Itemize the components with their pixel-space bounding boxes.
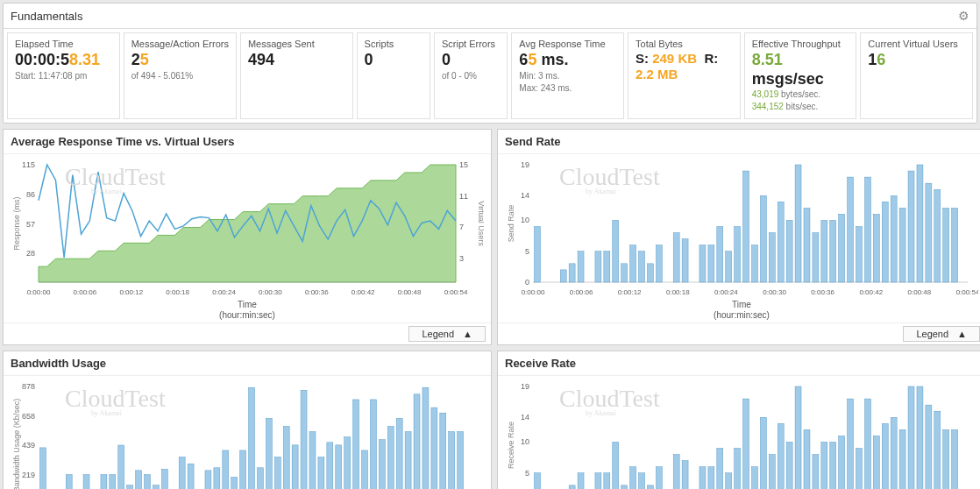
svg-rect-197 (848, 399, 854, 489)
svg-rect-116 (231, 478, 238, 489)
metric-value: 0 (365, 51, 423, 70)
svg-rect-70 (899, 209, 905, 283)
svg-rect-186 (751, 467, 757, 489)
svg-rect-183 (726, 473, 732, 489)
svg-rect-47 (699, 245, 706, 282)
svg-rect-126 (318, 457, 324, 489)
svg-rect-178 (682, 461, 688, 489)
svg-text:14: 14 (521, 413, 529, 422)
metric-value: 494 (248, 51, 345, 70)
svg-rect-192 (804, 430, 810, 489)
svg-rect-138 (423, 387, 429, 489)
svg-rect-188 (769, 455, 775, 489)
svg-rect-142 (458, 432, 464, 489)
svg-rect-28 (534, 227, 540, 282)
svg-rect-65 (856, 227, 863, 282)
legend-button[interactable]: Legend ▲ (903, 326, 980, 342)
svg-rect-76 (952, 209, 958, 283)
svg-rect-119 (257, 468, 263, 489)
value-prefix: 2 (131, 51, 140, 68)
bytes-r-label: R: (704, 51, 718, 66)
legend-bar: Legend ▲ (4, 322, 491, 344)
svg-rect-38 (621, 264, 628, 282)
xlabel-sub: (hour:min:sec) (714, 310, 770, 320)
svg-rect-71 (908, 171, 914, 282)
svg-text:0:00:30: 0:00:30 (259, 288, 282, 296)
svg-rect-75 (943, 209, 949, 283)
gear-icon[interactable]: ⚙ (958, 9, 969, 23)
svg-rect-67 (873, 215, 879, 283)
metric-label: Message/Action Errors (131, 39, 229, 49)
svg-rect-94 (39, 448, 46, 489)
svg-rect-104 (127, 485, 133, 489)
svg-rect-184 (735, 449, 741, 489)
svg-text:0:00:12: 0:00:12 (119, 288, 143, 296)
svg-text:0:00:18: 0:00:18 (666, 288, 690, 296)
svg-text:115: 115 (22, 160, 35, 169)
svg-rect-121 (274, 457, 281, 489)
x-axis-label: Time (hour:min:sec) (505, 298, 978, 322)
metric-label: Current Virtual Users (868, 39, 965, 49)
svg-rect-41 (647, 264, 653, 282)
svg-rect-39 (630, 245, 636, 282)
svg-text:0:00:48: 0:00:48 (398, 288, 422, 296)
legend-button[interactable]: Legend ▲ (408, 326, 486, 342)
svg-rect-55 (769, 233, 775, 282)
svg-rect-202 (891, 417, 897, 489)
svg-rect-133 (379, 440, 385, 489)
svg-text:Response (ms): Response (ms) (12, 197, 21, 251)
svg-rect-205 (917, 386, 923, 489)
svg-rect-106 (145, 475, 151, 489)
svg-text:878: 878 (22, 382, 35, 391)
svg-rect-102 (110, 475, 116, 489)
svg-text:5: 5 (525, 469, 529, 478)
metric-label: Script Errors (442, 39, 500, 49)
metric-label: Avg Response Time (519, 39, 616, 49)
metric-label: Messages Sent (248, 39, 345, 49)
svg-rect-48 (708, 245, 714, 282)
svg-rect-108 (161, 470, 167, 489)
metric-sub: Min: 3 ms. (519, 70, 616, 82)
svg-rect-130 (353, 400, 359, 489)
svg-text:19: 19 (521, 160, 529, 169)
sub-green: 344,152 (752, 102, 784, 111)
svg-rect-182 (717, 449, 723, 489)
svg-rect-66 (864, 177, 870, 282)
svg-rect-134 (387, 427, 394, 489)
chart-svg: Bandwidth Usage (Kb/sec)2194396588780:00… (11, 379, 484, 489)
svg-text:19: 19 (521, 382, 529, 391)
value-prefix: 6 (519, 51, 528, 68)
value-unit: msgs/sec (752, 70, 824, 88)
svg-rect-168 (595, 473, 601, 489)
svg-rect-170 (613, 443, 619, 489)
svg-rect-56 (778, 202, 784, 283)
value-suffix: ms. (536, 51, 568, 68)
chart-body: CloudTestby Akamai Send Rate051014190:00… (498, 154, 980, 322)
svg-text:3: 3 (459, 254, 464, 263)
svg-text:28: 28 (26, 250, 35, 259)
metric-script-errors: Script Errors 0 of 0 - 0% (434, 32, 508, 119)
svg-rect-118 (249, 387, 255, 489)
svg-rect-49 (717, 227, 723, 282)
svg-rect-136 (405, 432, 411, 489)
svg-text:0:00:36: 0:00:36 (811, 288, 834, 296)
svg-rect-114 (214, 468, 220, 489)
svg-rect-180 (699, 467, 706, 489)
svg-rect-198 (856, 449, 863, 489)
svg-rect-107 (153, 485, 159, 489)
metric-value: S: 249 KB R: 2.2 MB (636, 51, 733, 82)
svg-text:0:00:00: 0:00:00 (522, 288, 545, 296)
svg-text:219: 219 (22, 471, 35, 479)
svg-rect-52 (743, 171, 749, 282)
xlabel-sub: (hour:min:sec) (219, 310, 275, 320)
value-accent: 5 (140, 51, 149, 68)
svg-rect-172 (630, 467, 636, 489)
sub-text: bytes/sec. (778, 89, 820, 99)
svg-text:0:00:18: 0:00:18 (166, 288, 189, 296)
svg-rect-105 (136, 471, 142, 489)
svg-rect-110 (179, 457, 185, 489)
svg-rect-115 (223, 450, 229, 489)
svg-text:0:00:54: 0:00:54 (444, 288, 468, 296)
svg-text:0: 0 (525, 278, 529, 287)
svg-text:Receive Rate: Receive Rate (507, 422, 515, 469)
